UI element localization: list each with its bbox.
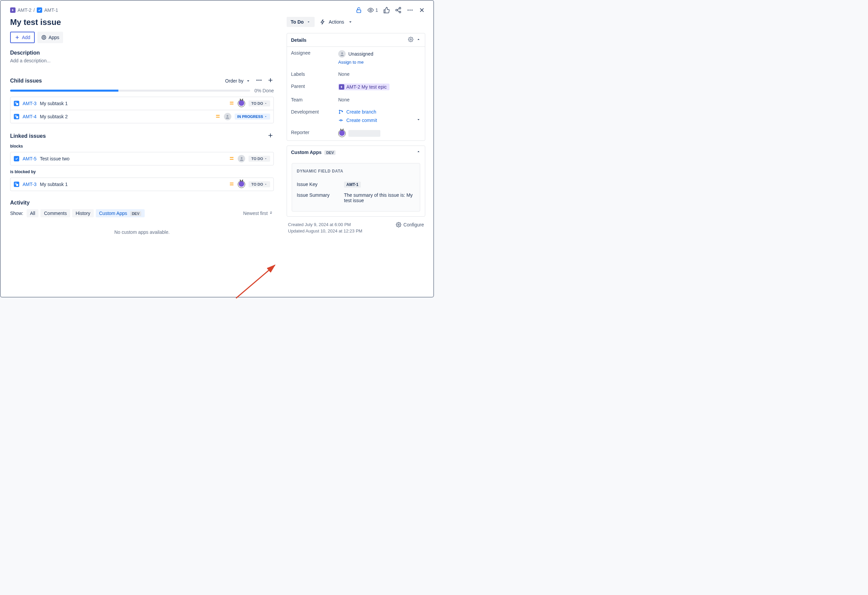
breadcrumb-current[interactable]: AMT-1 [37,7,58,13]
subtask-icon [14,182,19,187]
subtask-icon [14,101,19,106]
unlock-icon[interactable] [356,7,362,13]
unassigned-label: Unassigned [348,51,373,57]
issue-key-label: Issue Key [297,182,344,187]
apps-button[interactable]: Apps [37,32,63,43]
issue-key-link[interactable]: AMT-3 [22,101,37,106]
custom-dev-badge: DEV [325,150,335,155]
breadcrumb-parent[interactable]: AMT-2 [10,7,31,13]
parent-value: AMT-2 My test epic [346,84,387,90]
create-commit-link[interactable]: Create commit [338,118,377,123]
sort-newest-first[interactable]: Newest first [243,211,274,216]
svg-point-15 [410,39,412,40]
child-progress-text: 0% Done [254,88,274,93]
create-commit-label: Create commit [346,118,377,123]
priority-icon [215,113,220,120]
share-button[interactable] [395,7,402,13]
child-issues-add[interactable] [267,77,274,85]
details-configure-icon[interactable] [408,37,413,43]
order-by-dropdown[interactable]: Order by [225,78,251,84]
svg-point-2 [399,7,401,9]
relation-label: is blocked by [10,169,274,174]
linked-add[interactable] [267,132,274,140]
watch-button[interactable]: 1 [367,7,378,13]
details-heading: Details [291,37,307,43]
add-button[interactable]: Add [10,32,35,43]
reporter-avatar-icon [338,130,345,137]
close-button[interactable] [418,7,425,13]
svg-point-4 [399,11,401,13]
linked-heading: Linked issues [10,133,46,139]
issue-row[interactable]: AMT-3My subtask 1TO DO [10,178,273,191]
description-heading: Description [10,50,274,56]
issue-key-link[interactable]: AMT-3 [22,182,37,187]
actions-dropdown[interactable]: Actions [320,19,353,25]
tab-history[interactable]: History [72,209,94,217]
team-label: Team [291,97,338,102]
add-button-label: Add [22,35,30,40]
unassigned-avatar-icon [338,50,345,57]
relation-label: blocks [10,144,274,149]
issue-row[interactable]: AMT-3My subtask 1TO DO [10,97,273,110]
created-date: Created July 9, 2024 at 6:00 PM [288,222,362,227]
more-button[interactable] [407,7,413,13]
issue-row[interactable]: AMT-5Test issue twoTO DO [10,152,273,165]
svg-point-10 [257,80,258,81]
issue-row[interactable]: AMT-4My subtask 2IN PROGRESS [10,110,273,123]
configure-button[interactable]: Configure [396,222,424,227]
avatar-icon [224,113,231,120]
show-label: Show: [10,211,23,216]
linked-list: AMT-3My subtask 1TO DO [10,178,274,191]
labels-value[interactable]: None [338,71,421,77]
status-pill[interactable]: TO DO [248,181,270,187]
status-pill[interactable]: TO DO [248,156,270,162]
newest-label: Newest first [243,211,268,216]
parent-key: AMT-2 [18,7,31,13]
svg-point-9 [42,35,46,40]
dev-badge: DEV [130,211,141,216]
svg-point-18 [339,113,340,114]
svg-point-8 [43,36,44,38]
svg-point-3 [396,9,397,11]
svg-point-5 [408,9,409,10]
avatar-icon [238,100,245,107]
task-icon [37,7,42,13]
details-collapse[interactable] [416,37,421,43]
assignee-value[interactable]: Unassigned [338,50,421,57]
team-value[interactable]: None [338,97,421,102]
apps-button-label: Apps [49,35,59,40]
like-button[interactable] [383,7,390,13]
issue-key-link[interactable]: AMT-4 [22,114,37,119]
status-pill[interactable]: TO DO [248,100,270,106]
activity-empty: No custom apps available. [10,230,274,235]
priority-icon [229,156,234,162]
parent-badge[interactable]: AMT-2 My test epic [338,84,390,90]
svg-point-14 [241,157,242,159]
issue-key-link[interactable]: AMT-5 [22,156,37,161]
child-issues-list: AMT-3My subtask 1TO DOAMT-4My subtask 2I… [10,97,274,123]
svg-point-21 [398,224,399,225]
svg-point-20 [340,119,342,121]
tab-custom-apps[interactable]: Custom Apps DEV [96,209,145,217]
epic-icon [339,84,344,90]
create-branch-link[interactable]: Create branch [338,109,421,115]
status-dropdown[interactable]: To Do [286,17,314,27]
avatar-icon [238,181,245,188]
tab-comments[interactable]: Comments [40,209,70,217]
custom-apps-heading: Custom Apps [291,150,321,155]
issue-title[interactable]: My test issue [10,18,274,27]
status-label: To Do [291,19,304,25]
commit-dropdown[interactable] [416,117,421,123]
activity-heading: Activity [10,200,274,206]
assign-to-me-link[interactable]: Assign to me [338,60,421,65]
watch-count: 1 [375,7,378,13]
description-placeholder[interactable]: Add a description... [10,58,274,63]
updated-date: Updated August 10, 2024 at 12:23 PM [288,228,362,234]
reporter-value[interactable] [338,130,421,137]
tab-all[interactable]: All [27,209,39,217]
assignee-label: Assignee [291,50,338,65]
custom-apps-collapse[interactable] [416,149,421,155]
priority-icon [229,181,234,188]
status-pill[interactable]: IN PROGRESS [235,113,270,119]
child-issues-more[interactable] [255,77,262,85]
